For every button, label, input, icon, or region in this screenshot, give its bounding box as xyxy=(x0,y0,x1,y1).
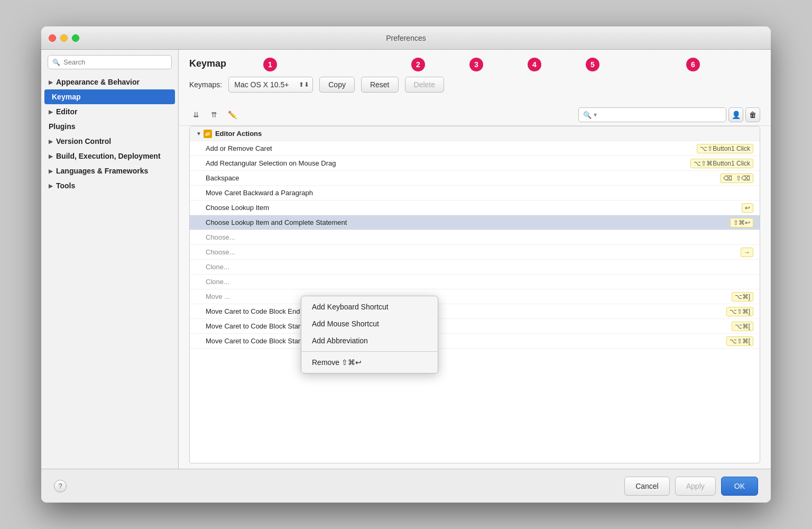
arrow-icon: ▶ xyxy=(49,183,53,189)
sidebar-item-build[interactable]: ▶ Build, Execution, Deployment xyxy=(41,149,178,163)
reset-button[interactable]: Reset xyxy=(361,77,399,93)
arrow-icon: ▶ xyxy=(49,139,53,144)
badge-6: 6 xyxy=(686,58,700,71)
sidebar-item-label: Appearance & Behavior xyxy=(56,78,140,86)
sidebar-item-label: Editor xyxy=(56,107,77,116)
cancel-button[interactable]: Cancel xyxy=(624,477,670,496)
row-label: Backspace xyxy=(206,174,720,182)
sidebar-item-editor[interactable]: ▶ Editor xyxy=(41,104,178,119)
ok-button[interactable]: OK xyxy=(721,477,758,496)
tree-category-row[interactable]: ▼ 📁 Editor Actions xyxy=(190,126,760,141)
keymap-row: 1 2 3 4 5 6 Keymaps: Mac OS X 10.5+ ⬆⬇ xyxy=(189,77,760,93)
table-row[interactable]: Clone... – xyxy=(190,275,760,289)
sidebar-item-languages[interactable]: ▶ Languages & Frameworks xyxy=(41,163,178,178)
bottom-left: ? xyxy=(54,480,67,492)
table-row[interactable]: Choose... – xyxy=(190,230,760,245)
title-bar: Preferences xyxy=(41,26,771,50)
keymap-label: Keymaps: xyxy=(189,80,222,89)
sidebar-item-appearance[interactable]: ▶ Appearance & Behavior xyxy=(41,75,178,89)
table-row[interactable]: Move Caret to Code Block Start ⌥⌘[ xyxy=(190,319,760,334)
keymap-value: Mac OS X 10.5+ xyxy=(234,80,289,89)
context-menu: Add Keyboard Shortcut Add Mouse Shortcut… xyxy=(301,296,438,373)
context-menu-label: Add Mouse Shortcut xyxy=(312,320,379,328)
table-row[interactable]: Choose Lookup Item and Complete Statemen… xyxy=(190,215,760,230)
right-panel: Keymap 1 2 3 4 5 6 Keymaps: xyxy=(179,50,771,469)
sidebar-item-plugins[interactable]: Plugins xyxy=(41,119,178,134)
expand-all-button[interactable]: ⇊ xyxy=(189,108,203,121)
search-input[interactable] xyxy=(63,58,167,66)
context-menu-item-add-mouse[interactable]: Add Mouse Shortcut xyxy=(301,315,438,332)
maximize-button[interactable] xyxy=(72,34,79,42)
sidebar-item-keymap[interactable]: Keymap xyxy=(44,89,175,104)
sidebar-item-label: Build, Execution, Deployment xyxy=(56,152,161,160)
arrow-icon: ▶ xyxy=(49,79,53,85)
shortcut-badge: ⌥⌘] xyxy=(732,292,753,302)
context-menu-label: Remove ⇧⌘↩ xyxy=(312,358,362,367)
context-menu-label: Add Keyboard Shortcut xyxy=(312,303,389,311)
sidebar-item-tools[interactable]: ▶ Tools xyxy=(41,178,178,193)
find-shortcut-button[interactable]: 👤 xyxy=(728,107,743,122)
search-input-bar[interactable]: 🔍 ▾ xyxy=(578,107,726,122)
bottom-bar: ? Cancel Apply OK xyxy=(41,469,771,503)
table-row[interactable]: Choose... → xyxy=(190,245,760,260)
minimize-button[interactable] xyxy=(60,34,68,42)
table-row[interactable]: Backspace ⌫ ⇧⌫ xyxy=(190,171,760,186)
tree-area[interactable]: ▼ 📁 Editor Actions Add or Remove Caret ⌥… xyxy=(189,126,760,463)
table-row[interactable]: Move Caret to Code Block End with Select… xyxy=(190,304,760,319)
badge-5: 5 xyxy=(586,58,599,71)
badge-1: 1 xyxy=(263,58,277,71)
dropdown-arrows-icon: ⬆⬇ xyxy=(299,81,309,88)
row-label: Add or Remove Caret xyxy=(206,144,697,152)
context-menu-item-remove[interactable]: Remove ⇧⌘↩ xyxy=(301,354,438,371)
arrow-icon: ▶ xyxy=(49,109,53,115)
shortcut-badge: → xyxy=(741,248,753,257)
expand-all-icon: ⇊ xyxy=(193,111,199,119)
table-row[interactable]: Move ... ⌥⌘] xyxy=(190,289,760,304)
row-label: Choose Lookup Item xyxy=(206,204,742,212)
context-menu-item-add-abbr[interactable]: Add Abbreviation xyxy=(301,332,438,349)
table-row[interactable]: Add Rectangular Selection on Mouse Drag … xyxy=(190,156,760,171)
row-label: Clone... xyxy=(206,263,743,271)
close-button[interactable] xyxy=(49,34,56,42)
table-row[interactable]: Move Caret to Code Block Start with Sele… xyxy=(190,334,760,349)
edit-button[interactable]: ✏️ xyxy=(225,108,239,121)
sidebar-item-vcs[interactable]: ▶ Version Control xyxy=(41,134,178,149)
delete-button[interactable]: Delete xyxy=(405,77,444,93)
table-row[interactable]: Clone... – xyxy=(190,260,760,275)
collapse-all-button[interactable]: ⇈ xyxy=(207,108,221,121)
keymap-dropdown[interactable]: Mac OS X 10.5+ ⬆⬇ xyxy=(228,77,313,93)
trash-icon: 🗑 xyxy=(749,111,756,119)
person-search-icon: 👤 xyxy=(732,111,741,119)
copy-button[interactable]: Copy xyxy=(319,77,355,93)
help-button[interactable]: ? xyxy=(54,480,67,492)
shortcut-badge: ⌥⇧⌘] xyxy=(726,307,753,316)
bottom-right: Cancel Apply OK xyxy=(624,477,758,496)
row-label: Add Rectangular Selection on Mouse Drag xyxy=(206,159,690,167)
table-row[interactable]: Choose Lookup Item ↩ xyxy=(190,200,760,215)
delete-shortcut-button[interactable]: 🗑 xyxy=(745,107,760,122)
context-menu-separator xyxy=(301,351,438,352)
pencil-icon: ✏️ xyxy=(228,111,237,119)
table-row[interactable]: Add or Remove Caret ⌥⇧Button1 Click xyxy=(190,141,760,156)
shortcut-badge: ⇧⌘↩ xyxy=(730,218,753,227)
apply-button[interactable]: Apply xyxy=(675,477,716,496)
search-box[interactable]: 🔍 xyxy=(48,55,172,69)
shortcut-badge: ⌥⇧⌘[ xyxy=(726,336,753,346)
toolbar-search: 🔍 ▾ 👤 🗑 xyxy=(578,107,760,122)
context-menu-label: Add Abbreviation xyxy=(312,336,368,345)
sidebar-item-label: Languages & Frameworks xyxy=(56,167,148,175)
category-label: Editor Actions xyxy=(215,130,753,138)
shortcut-badge: ⌥⇧Button1 Click xyxy=(697,144,753,153)
shortcut-badge: ⌫ ⇧⌫ xyxy=(720,174,753,183)
arrow-icon: ▶ xyxy=(49,153,53,159)
table-row[interactable]: Move Caret Backward a Paragraph – xyxy=(190,186,760,200)
search-icon: 🔍 xyxy=(583,111,592,119)
toolbar-row: ⇊ ⇈ ✏️ 🔍 ▾ 👤 🗑 xyxy=(179,104,771,126)
row-label: Move Caret to Code Block Start with Sele… xyxy=(206,337,726,345)
shortcut-badge: ↩ xyxy=(742,203,753,213)
sidebar-item-label: Version Control xyxy=(56,137,111,145)
context-menu-item-add-keyboard[interactable]: Add Keyboard Shortcut xyxy=(301,298,438,315)
triangle-icon: ▼ xyxy=(196,131,201,136)
folder-icon: 📁 xyxy=(204,130,212,138)
shortcut-badge: ⌥⌘[ xyxy=(732,322,753,331)
